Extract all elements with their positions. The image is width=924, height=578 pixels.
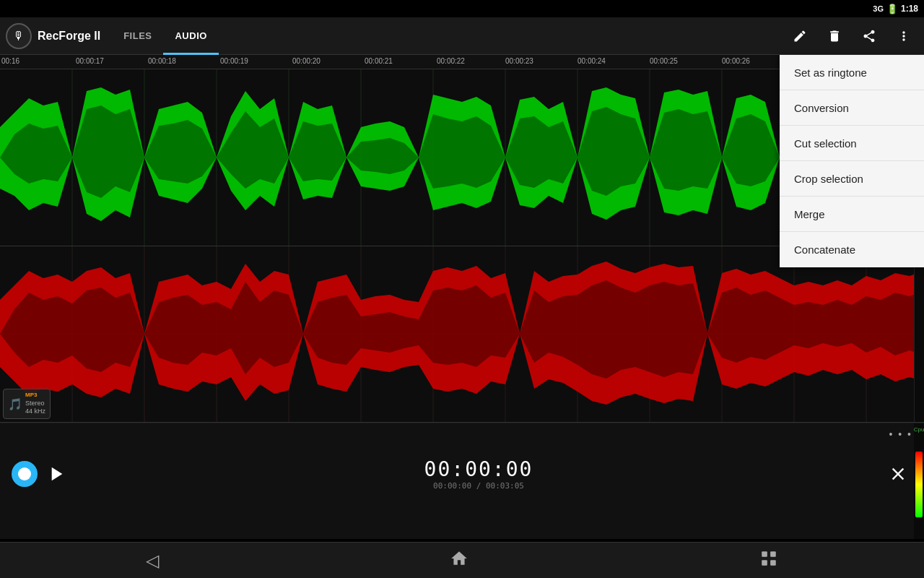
time-sub: 00:00:00 / 00:03:05 (74, 481, 884, 491)
dropdown-menu: Set as ringtone Conversion Cut selection… (780, 55, 924, 267)
menu-item-merge[interactable]: Merge (780, 197, 924, 232)
play-button[interactable] (38, 456, 74, 492)
delete-button[interactable] (820, 22, 849, 51)
tl-6: 00:00:22 (437, 57, 465, 65)
more-button[interactable] (889, 22, 918, 51)
tl-4: 00:00:20 (292, 57, 321, 65)
nav-bar: ◁ (0, 542, 924, 578)
player-main: 00:00:00 00:00:00 / 00:03:05 (0, 445, 924, 503)
top-bar: 🎙 RecForge II FILES AUDIO (0, 17, 924, 55)
tab-files[interactable]: FILES (112, 17, 163, 55)
menu-item-ringtone[interactable]: Set as ringtone (780, 55, 924, 90)
file-info-text: MP3 Stereo 44 kHz (25, 392, 45, 416)
battery-icon: 🔋 (886, 4, 898, 14)
tl-10: 00:00:26 (722, 57, 750, 65)
svg-rect-38 (762, 560, 768, 566)
svg-rect-36 (762, 551, 768, 557)
record-button[interactable] (12, 461, 38, 487)
home-nav-button[interactable] (450, 549, 468, 572)
app-icon: 🎙 (6, 23, 32, 49)
level-meter-player: Cpu (914, 423, 924, 539)
tl-1: 00:00:17 (76, 57, 104, 65)
tab-audio[interactable]: AUDIO (163, 17, 218, 55)
status-bar: 3G 🔋 1:18 (0, 0, 924, 17)
menu-item-cut[interactable]: Cut selection (780, 126, 924, 161)
cpu-label: Cpu (914, 426, 924, 433)
signal-indicator: 3G (873, 4, 884, 13)
recents-nav-button[interactable] (759, 549, 778, 572)
tl-9: 00:00:25 (650, 57, 678, 65)
top-bar-actions (785, 22, 918, 51)
pencil-button[interactable] (785, 22, 814, 51)
tl-7: 00:00:23 (505, 57, 533, 65)
red-waveform-svg (0, 246, 924, 422)
player-controls: • • • 00:00:00 00:00:00 / 00:03:05 Cpu (0, 423, 924, 539)
back-nav-button[interactable]: ◁ (146, 551, 159, 571)
player-dots-menu[interactable]: • • • (889, 428, 912, 440)
close-button[interactable] (884, 460, 912, 488)
file-mode: Stereo (25, 400, 45, 408)
tl-0: 00:16 (1, 57, 19, 65)
red-channel (0, 246, 924, 422)
tl-3: 00:00:19 (220, 57, 248, 65)
player-top: • • • (0, 423, 924, 445)
file-format: MP3 (25, 392, 45, 399)
menu-item-crop[interactable]: Crop selection (780, 161, 924, 197)
mp3-icon: 🎵 (8, 397, 22, 411)
svg-rect-37 (770, 551, 776, 557)
file-info-badge: 🎵 MP3 Stereo 44 kHz (3, 389, 51, 419)
clock: 1:18 (901, 4, 918, 14)
share-button[interactable] (855, 22, 884, 51)
status-icons: 3G 🔋 1:18 (873, 4, 918, 14)
tl-5: 00:00:21 (365, 57, 393, 65)
record-dot (18, 467, 31, 480)
level-bar (915, 452, 923, 517)
app-logo: 🎙 RecForge II (6, 23, 100, 49)
file-rate: 44 kHz (25, 407, 45, 416)
time-display: 00:00:00 00:00:00 / 00:03:05 (74, 457, 884, 491)
menu-item-conversion[interactable]: Conversion (780, 90, 924, 126)
app-title: RecForge II (38, 30, 100, 43)
time-main: 00:00:00 (74, 457, 884, 481)
menu-item-concatenate[interactable]: Concatenate (780, 232, 924, 267)
svg-rect-39 (770, 560, 776, 566)
tl-8: 00:00:24 (578, 57, 606, 65)
tl-2: 00:00:18 (148, 57, 176, 65)
